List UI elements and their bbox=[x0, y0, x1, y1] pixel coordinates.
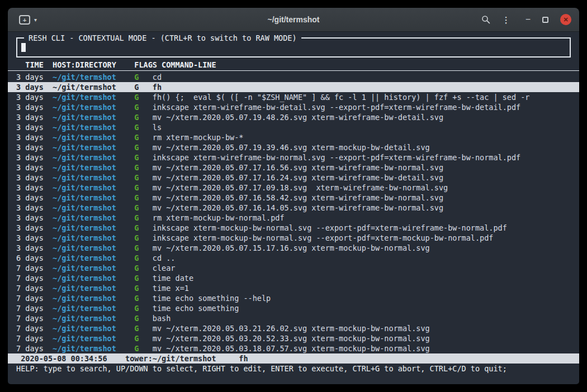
new-terminal-button[interactable]: + ▾ bbox=[16, 13, 40, 27]
menu-button[interactable]: ⋮ bbox=[502, 16, 510, 24]
row-host-directory: ~/git/termshot bbox=[53, 203, 134, 212]
row-host-directory: ~/git/termshot bbox=[53, 254, 134, 262]
row-host-directory: ~/git/termshot bbox=[53, 294, 134, 303]
history-row[interactable]: 3 days ~/git/termshot G mv ~/xterm.2020.… bbox=[8, 183, 579, 193]
row-host-directory: ~/git/termshot bbox=[53, 133, 134, 142]
row-host-directory: ~/git/termshot bbox=[53, 73, 134, 82]
text-cursor bbox=[21, 43, 26, 52]
search-input[interactable] bbox=[17, 39, 570, 56]
history-row[interactable]: 3 days ~/git/termshot G mv ~/xterm.2020.… bbox=[8, 203, 579, 213]
history-row[interactable]: 3 days ~/git/termshot G inkscape xterm-w… bbox=[8, 152, 579, 162]
row-flags: G bbox=[134, 173, 153, 182]
history-row[interactable]: 6 days ~/git/termshot G cd .. bbox=[8, 253, 579, 263]
row-time: 3 days bbox=[16, 173, 53, 182]
history-row[interactable]: 3 days ~/git/termshot G mv ~/xterm.2020.… bbox=[8, 142, 579, 152]
history-row[interactable]: 7 days ~/git/termshot G time date bbox=[8, 273, 579, 283]
row-command: rm xterm-mockup-bw-normal.pdf bbox=[153, 213, 285, 222]
row-command: mv ~/xterm.2020.05.07.16.14.05.svg xterm… bbox=[153, 203, 443, 212]
row-command: bash bbox=[153, 314, 171, 323]
row-flags: G bbox=[134, 264, 153, 273]
history-row[interactable]: 3 days ~/git/termshot G mv ~/xterm.2020.… bbox=[8, 162, 579, 173]
history-row[interactable]: 7 days ~/git/termshot G mv ~/xterm.2020.… bbox=[8, 323, 579, 333]
row-flags: G bbox=[134, 254, 153, 262]
history-row[interactable]: 3 days ~/git/termshot G inkscape xterm-m… bbox=[8, 233, 579, 243]
row-command: mv ~/xterm.2020.05.07.15.17.16.svg xterm… bbox=[153, 243, 430, 252]
history-row[interactable]: 3 days ~/git/termshot G cd bbox=[8, 72, 579, 82]
history-row[interactable]: 3 days ~/git/termshot G rm xterm-mockup-… bbox=[8, 213, 579, 223]
search-button[interactable] bbox=[481, 15, 490, 24]
history-row[interactable]: 7 days ~/git/termshot G mv ~/xterm.2020.… bbox=[8, 333, 579, 343]
history-row[interactable]: 7 days ~/git/termshot G time echo someth… bbox=[8, 293, 579, 303]
row-host-directory: ~/git/termshot bbox=[53, 233, 134, 242]
row-host-directory: ~/git/termshot bbox=[53, 153, 134, 162]
row-command: time echo something --help bbox=[153, 294, 271, 303]
row-command: time x=1 bbox=[153, 284, 189, 293]
row-time: 7 days bbox=[16, 314, 53, 323]
history-row[interactable]: 3 days ~/git/termshot G ls bbox=[8, 122, 579, 132]
row-command: cd bbox=[153, 73, 162, 82]
history-row[interactable]: 3 days ~/git/termshot G inkscape xterm-m… bbox=[8, 223, 579, 233]
history-row[interactable]: 7 days ~/git/termshot G bash bbox=[8, 313, 579, 323]
row-command: mv ~/xterm.2020.05.07.17.09.18.svg xterm… bbox=[153, 183, 448, 192]
row-host-directory: ~/git/termshot bbox=[53, 243, 134, 252]
row-time: 3 days bbox=[16, 213, 53, 222]
row-time: 3 days bbox=[16, 233, 53, 242]
history-row[interactable]: 3 days ~/git/termshot G fh bbox=[8, 82, 579, 92]
row-flags: G bbox=[134, 73, 153, 82]
restore-icon bbox=[542, 17, 548, 23]
history-row[interactable]: 3 days ~/git/termshot G mv ~/xterm.2020.… bbox=[8, 193, 579, 203]
row-time: 3 days bbox=[16, 103, 53, 112]
history-row[interactable]: 7 days ~/git/termshot G mv ~/xterm.2020.… bbox=[8, 343, 579, 353]
row-command: mv ~/xterm.2020.05.07.19.48.26.svg xterm… bbox=[153, 113, 443, 122]
row-host-directory: ~/git/termshot bbox=[53, 93, 134, 102]
row-flags: G bbox=[134, 314, 153, 323]
row-command: mv ~/xterm.2020.05.07.17.16.56.svg xterm… bbox=[153, 163, 443, 172]
row-time: 7 days bbox=[16, 304, 53, 313]
row-flags: G bbox=[134, 294, 153, 303]
row-time: 3 days bbox=[16, 193, 53, 202]
row-flags: G bbox=[134, 103, 153, 112]
history-row[interactable]: 3 days ~/git/termshot G fh() {; eval $( … bbox=[8, 92, 579, 102]
row-command: time date bbox=[153, 274, 193, 283]
row-host-directory: ~/git/termshot bbox=[53, 344, 134, 353]
minimize-button[interactable]: − bbox=[526, 15, 531, 24]
row-host-directory: ~/git/termshot bbox=[53, 103, 134, 112]
row-flags: G bbox=[134, 83, 153, 92]
row-flags: G bbox=[134, 304, 153, 313]
row-time: 7 days bbox=[16, 344, 53, 353]
row-command: inkscape xterm-wireframe-bw-detail.svg -… bbox=[153, 103, 520, 112]
terminal-icon: + bbox=[19, 15, 30, 25]
history-row[interactable]: 3 days ~/git/termshot G mv ~/xterm.2020.… bbox=[8, 173, 579, 183]
row-flags: G bbox=[134, 233, 153, 242]
row-host-directory: ~/git/termshot bbox=[53, 284, 134, 293]
restore-button[interactable] bbox=[542, 17, 548, 23]
row-command: mv ~/xterm.2020.05.07.17.16.24.svg xterm… bbox=[153, 173, 443, 182]
row-flags: G bbox=[134, 133, 153, 142]
window-title: ~/git/termshot bbox=[268, 15, 320, 24]
row-flags: G bbox=[134, 123, 153, 132]
terminal-window: + ▾ ~/git/termshot ⋮ − ✕ bbox=[8, 8, 579, 384]
row-time: 7 days bbox=[16, 264, 53, 273]
history-row[interactable]: 3 days ~/git/termshot G inkscape xterm-w… bbox=[8, 102, 579, 112]
history-row[interactable]: 7 days ~/git/termshot G time echo someth… bbox=[8, 303, 579, 313]
titlebar[interactable]: + ▾ ~/git/termshot ⋮ − ✕ bbox=[8, 8, 579, 32]
close-button[interactable]: ✕ bbox=[560, 14, 571, 25]
row-host-directory: ~/git/termshot bbox=[53, 173, 134, 182]
history-row[interactable]: 3 days ~/git/termshot G mv ~/xterm.2020.… bbox=[8, 112, 579, 122]
history-row[interactable]: 7 days ~/git/termshot G clear bbox=[8, 263, 579, 273]
history-row[interactable]: 7 days ~/git/termshot G time x=1 bbox=[8, 283, 579, 293]
chevron-down-icon: ▾ bbox=[34, 17, 37, 23]
terminal-content[interactable]: RESH CLI - CONTEXTUAL MODE - (CTRL+R to … bbox=[8, 32, 579, 384]
row-flags: G bbox=[134, 213, 153, 222]
row-command: fh() {; eval $( ([ -n "$ZSH_NAME" ] && f… bbox=[153, 93, 530, 102]
row-command: inkscape xterm-mockup-bw-normal.svg --ex… bbox=[153, 223, 507, 232]
history-row[interactable]: 3 days ~/git/termshot G mv ~/xterm.2020.… bbox=[8, 243, 579, 253]
row-flags: G bbox=[134, 143, 153, 152]
status-bar: 2020-05-08 00:34:56 tower:~/git/termshot… bbox=[8, 353, 579, 364]
row-host-directory: ~/git/termshot bbox=[53, 334, 134, 343]
row-time: 3 days bbox=[16, 83, 53, 92]
row-flags: G bbox=[134, 223, 153, 232]
history-row[interactable]: 3 days ~/git/termshot G rm xterm-mockup-… bbox=[8, 132, 579, 142]
row-flags: G bbox=[134, 193, 153, 202]
row-command: time echo something bbox=[153, 304, 239, 313]
